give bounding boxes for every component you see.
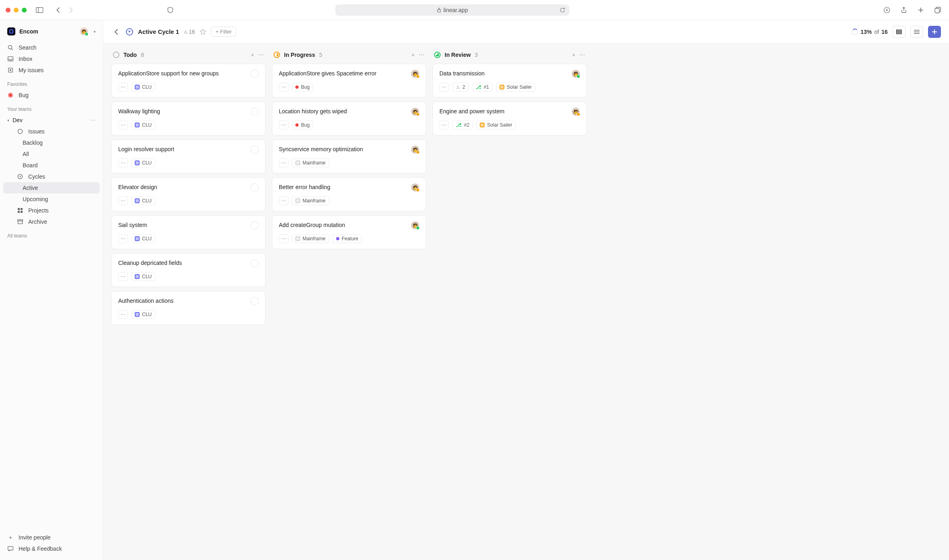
add-card-button[interactable]: + (412, 52, 415, 58)
issue-card[interactable]: Authentication actions ⋯ CLU (111, 291, 265, 325)
nav-upcoming[interactable]: Upcoming (3, 194, 100, 205)
card-more-button[interactable]: ⋯ (279, 196, 288, 205)
new-tab-icon[interactable] (915, 4, 926, 16)
close-window-icon[interactable] (6, 8, 10, 12)
project-chip[interactable]: CLU (131, 121, 155, 129)
unassigned-icon[interactable] (251, 70, 259, 78)
unassigned-icon[interactable] (251, 259, 259, 267)
issue-card[interactable]: Login resolver support ⋯ CLU (111, 139, 265, 173)
issue-card[interactable]: Sail system ⋯ CLU (111, 215, 265, 249)
assignee-avatar[interactable]: 🧑 (572, 70, 580, 78)
issue-card[interactable]: ApplicationStore support for new groups … (111, 64, 265, 98)
card-more-button[interactable]: ⋯ (118, 121, 128, 129)
assignee-avatar[interactable]: 🧑 (411, 108, 419, 116)
browser-back-icon[interactable] (52, 4, 64, 16)
tabs-icon[interactable] (932, 4, 943, 16)
minimize-window-icon[interactable] (14, 8, 19, 12)
star-icon[interactable] (200, 29, 206, 35)
project-chip[interactable]: CLU (131, 83, 155, 92)
favorite-item-bug[interactable]: Bug (3, 90, 100, 101)
back-button[interactable] (111, 27, 121, 37)
blocked-chip[interactable]: ⚠2 (452, 83, 469, 92)
share-icon[interactable] (898, 4, 909, 16)
filter-button[interactable]: + Filter (211, 27, 236, 37)
user-avatar[interactable]: 🧑 (80, 27, 88, 35)
card-more-button[interactable]: ⋯ (279, 234, 288, 243)
label-chip[interactable]: Bug (292, 83, 313, 92)
nav-invite[interactable]: + Invite people (3, 532, 100, 543)
project-chip[interactable]: Mainframe (292, 234, 329, 243)
section-all-teams[interactable]: All teams (3, 227, 100, 241)
pr-chip[interactable]: ⎇#2 (452, 121, 473, 129)
assignee-avatar[interactable]: 🧑 (572, 108, 580, 116)
issue-card[interactable]: Elevator design ⋯ CLU (111, 177, 265, 211)
browser-forward-icon[interactable] (65, 4, 77, 16)
issue-card[interactable]: Data transmission 🧑 ⋯ ⚠2⎇#1Solar Sailer (433, 64, 587, 98)
project-chip[interactable]: Solar Sailer (476, 121, 516, 129)
scope-count[interactable]: ◬ 16 (184, 29, 195, 35)
issue-card[interactable]: ApplicationStore gives Spacetime error 🧑… (272, 64, 426, 98)
card-more-button[interactable]: ⋯ (279, 121, 288, 129)
maximize-window-icon[interactable] (22, 8, 27, 12)
project-chip[interactable]: CLU (131, 234, 155, 243)
project-chip[interactable]: CLU (131, 158, 155, 167)
add-card-button[interactable]: + (251, 52, 254, 58)
nav-search[interactable]: Search (3, 42, 100, 53)
card-more-button[interactable]: ⋯ (118, 234, 128, 243)
nav-board[interactable]: Board (3, 160, 100, 171)
label-chip[interactable]: Feature (332, 234, 362, 243)
nav-issues[interactable]: Issues (3, 126, 100, 137)
project-chip[interactable]: CLU (131, 310, 155, 319)
project-chip[interactable]: CLU (131, 196, 155, 205)
board-view-button[interactable] (893, 26, 905, 38)
nav-active[interactable]: Active (3, 182, 100, 194)
column-more-button[interactable]: ⋯ (579, 52, 585, 58)
card-more-button[interactable]: ⋯ (439, 121, 449, 129)
card-more-button[interactable]: ⋯ (279, 158, 288, 167)
add-card-button[interactable]: + (572, 52, 575, 58)
team-row-dev[interactable]: ▾ Dev ⋯ (3, 114, 100, 126)
unassigned-icon[interactable] (251, 146, 259, 154)
issue-card[interactable]: Cleanup depricated fields ⋯ CLU (111, 253, 265, 287)
issue-card[interactable]: Add createGroup mutation 🧑 ⋯ MainframeFe… (272, 215, 426, 249)
issue-card[interactable]: Walkway lighting ⋯ CLU (111, 102, 265, 135)
shield-icon[interactable] (165, 4, 176, 16)
card-more-button[interactable]: ⋯ (118, 272, 128, 281)
project-chip[interactable]: Mainframe (292, 196, 329, 205)
sidebar-toggle-icon[interactable] (34, 4, 45, 16)
nav-inbox[interactable]: Inbox (3, 53, 100, 65)
more-icon[interactable]: ⋯ (90, 117, 96, 123)
nav-help[interactable]: Help & Feedback (3, 543, 100, 554)
nav-my-issues[interactable]: My issues (3, 65, 100, 76)
pr-chip[interactable]: ⎇#1 (472, 83, 493, 92)
card-more-button[interactable]: ⋯ (439, 83, 449, 92)
nav-archive[interactable]: Archive (3, 216, 100, 227)
issue-card[interactable]: Better error handling 🧑 ⋯ Mainframe (272, 177, 426, 211)
assignee-avatar[interactable]: 🧑 (411, 221, 419, 229)
workspace-switcher[interactable]: Encom 🧑 ▾ (3, 26, 100, 42)
assignee-avatar[interactable]: 🧑 (411, 70, 419, 78)
column-more-button[interactable]: ⋯ (258, 52, 264, 58)
unassigned-icon[interactable] (251, 183, 259, 192)
label-chip[interactable]: Bug (292, 121, 313, 129)
project-chip[interactable]: Mainframe (292, 158, 329, 167)
issue-card[interactable]: Syncservice memory optimization 🧑 ⋯ Main… (272, 139, 426, 173)
card-more-button[interactable]: ⋯ (279, 83, 288, 92)
card-more-button[interactable]: ⋯ (118, 310, 128, 319)
list-view-button[interactable] (910, 26, 923, 38)
reload-icon[interactable] (560, 7, 565, 13)
nav-cycles[interactable]: Cycles (3, 171, 100, 182)
url-bar[interactable]: linear.app (335, 4, 569, 16)
new-issue-button[interactable] (928, 26, 941, 38)
download-icon[interactable] (881, 4, 893, 16)
card-more-button[interactable]: ⋯ (118, 158, 128, 167)
unassigned-icon[interactable] (251, 221, 259, 229)
card-more-button[interactable]: ⋯ (118, 196, 128, 205)
unassigned-icon[interactable] (251, 297, 259, 305)
nav-backlog[interactable]: Backlog (3, 137, 100, 148)
card-more-button[interactable]: ⋯ (118, 83, 128, 92)
issue-card[interactable]: Engine and power system 🧑 ⋯ ⎇#2Solar Sai… (433, 102, 587, 135)
assignee-avatar[interactable]: 🧑 (411, 146, 419, 154)
issue-card[interactable]: Location history gets wiped 🧑 ⋯ Bug (272, 102, 426, 135)
project-chip[interactable]: CLU (131, 272, 155, 281)
